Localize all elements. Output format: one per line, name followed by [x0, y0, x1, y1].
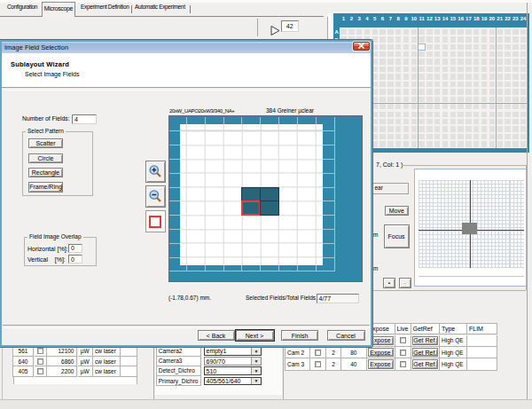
number-of-fields-input[interactable]: 4 [72, 114, 97, 124]
plate-well[interactable] [387, 59, 393, 64]
tab-automatic-experiment[interactable]: Automatic Experiment [135, 4, 185, 11]
plate-well[interactable] [466, 74, 471, 79]
plate-well[interactable] [489, 119, 495, 124]
plate-well[interactable] [426, 67, 432, 72]
plate-well[interactable] [403, 134, 409, 139]
plate-well[interactable] [442, 89, 448, 94]
plate-well[interactable] [505, 126, 510, 131]
plate-well[interactable] [340, 29, 346, 35]
plate-well[interactable] [395, 119, 401, 124]
back-button[interactable]: < Back [198, 330, 235, 341]
plate-well[interactable] [426, 141, 432, 146]
plate-well[interactable] [481, 134, 487, 139]
plate-well[interactable] [403, 141, 409, 146]
plate-well[interactable] [379, 134, 385, 139]
plate-well[interactable] [387, 74, 393, 79]
plate-well[interactable] [520, 141, 526, 146]
plate-well[interactable] [489, 134, 495, 139]
play-icon[interactable] [270, 25, 281, 36]
plate-well[interactable] [450, 74, 456, 79]
plate-well[interactable] [473, 119, 479, 124]
laser-checkbox[interactable] [37, 358, 43, 365]
plate-well[interactable] [419, 119, 424, 124]
plate-well[interactable] [387, 119, 393, 124]
plate-well[interactable] [434, 67, 440, 72]
plate-well[interactable] [466, 44, 471, 50]
plate-well[interactable] [403, 59, 409, 64]
plate-well[interactable] [395, 67, 401, 72]
plate-well[interactable] [426, 74, 432, 79]
plate-well[interactable] [403, 36, 409, 42]
plate-well[interactable] [520, 36, 526, 42]
plate-well[interactable] [387, 51, 393, 57]
plate-well[interactable] [387, 44, 393, 50]
plate-well[interactable] [466, 112, 471, 117]
plate-well[interactable] [481, 112, 487, 117]
plate-well[interactable] [497, 36, 503, 42]
plate-well[interactable] [481, 29, 487, 35]
expose-button[interactable]: Expose [368, 348, 394, 358]
plate-well[interactable] [442, 97, 448, 102]
plate-well[interactable] [426, 89, 432, 94]
tab-microscope[interactable]: Microscope [42, 2, 75, 17]
plate-well[interactable] [419, 104, 424, 109]
plate-well[interactable] [497, 82, 503, 87]
plate-well[interactable] [458, 89, 463, 94]
plate-well[interactable] [512, 97, 518, 102]
plate-well[interactable] [497, 104, 503, 109]
plate-well[interactable] [450, 59, 456, 64]
plate-well[interactable] [403, 51, 409, 57]
plate-well[interactable] [419, 141, 424, 146]
plate-well[interactable] [505, 36, 510, 42]
plate-well[interactable] [403, 82, 409, 87]
plate-well[interactable] [489, 126, 495, 131]
laser-checkbox[interactable] [37, 368, 43, 374]
plate-well[interactable] [434, 36, 440, 42]
plate-well[interactable] [426, 82, 432, 87]
plate-well[interactable] [497, 134, 503, 139]
plate-well[interactable] [395, 89, 401, 94]
plate-well[interactable] [434, 51, 440, 57]
plate-well[interactable] [512, 104, 518, 109]
plate-well[interactable] [419, 134, 424, 139]
plate-well[interactable] [395, 134, 401, 139]
selected-field-red[interactable] [241, 201, 261, 216]
plate-well[interactable] [497, 89, 503, 94]
plate-well[interactable] [411, 82, 417, 87]
plate-well[interactable] [395, 104, 401, 109]
plate-well[interactable] [512, 59, 518, 64]
cam-live-checkbox[interactable] [400, 350, 406, 356]
plate-well[interactable] [403, 112, 409, 117]
plate-well[interactable] [387, 126, 393, 131]
plate-well[interactable] [442, 126, 448, 131]
expose-button[interactable]: Expose [368, 359, 394, 369]
plate-well[interactable] [411, 141, 417, 146]
plate-well[interactable] [411, 67, 417, 72]
plate-well[interactable] [379, 82, 385, 87]
plate-well[interactable] [419, 112, 424, 117]
plate-well[interactable] [395, 59, 401, 64]
plate-well[interactable] [450, 51, 456, 57]
plate-well[interactable] [505, 134, 510, 139]
plate-well[interactable] [348, 29, 354, 35]
plate-well[interactable] [466, 29, 471, 35]
cam-live-checkbox[interactable] [400, 361, 406, 367]
dialog-title-bar[interactable]: Image Field Selection [2, 42, 371, 53]
plate-well[interactable] [434, 89, 440, 94]
plate-well[interactable] [481, 67, 487, 72]
plate-well[interactable] [387, 82, 393, 87]
plate-well[interactable] [458, 51, 463, 57]
plate-well[interactable] [481, 51, 487, 57]
plate-well[interactable] [387, 104, 393, 109]
combo-arrow-icon[interactable]: ▼ [251, 378, 261, 385]
plate-well[interactable] [403, 89, 409, 94]
plate-well[interactable] [466, 36, 471, 42]
plate-well[interactable] [512, 67, 518, 72]
plate-well[interactable] [356, 29, 362, 35]
finish-button[interactable]: Finish [281, 330, 318, 341]
plate-well[interactable] [458, 104, 463, 109]
combo-arrow-icon[interactable]: ▼ [251, 358, 261, 365]
plate-well[interactable] [411, 51, 417, 57]
plate-well[interactable] [450, 29, 456, 35]
plate-well[interactable] [450, 36, 456, 42]
